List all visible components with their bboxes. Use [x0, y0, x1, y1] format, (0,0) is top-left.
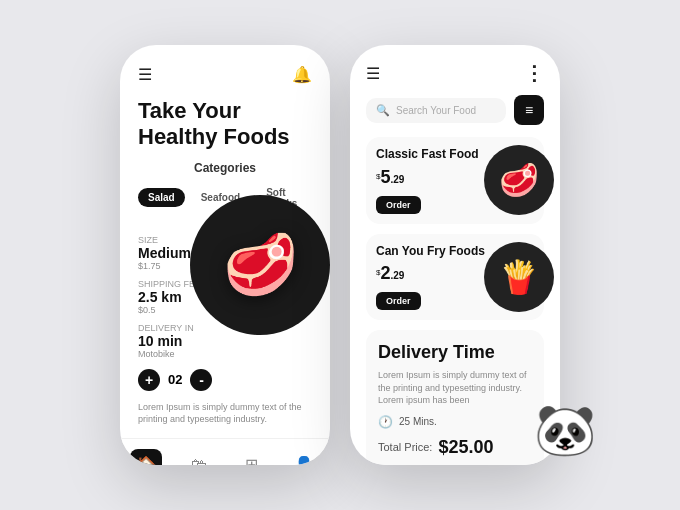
- search-text: Search Your Food: [396, 105, 476, 116]
- quantity-row: + 02 -: [138, 369, 312, 391]
- nav-grid[interactable]: ⊞: [235, 449, 267, 465]
- food-card-1-price: $5.29: [376, 167, 479, 188]
- clock-icon: 🕐: [378, 415, 393, 429]
- bell-icon[interactable]: 🔔: [292, 65, 312, 84]
- phone2-more-icon[interactable]: ⋮: [524, 61, 544, 85]
- food-2-emoji: 🍟: [499, 258, 539, 296]
- nav-profile[interactable]: 👤: [288, 449, 320, 465]
- food-section: 🥩 Size Medium $1.75 Shipping fee 2.5 km …: [138, 225, 312, 401]
- total-price-row: Total Price: $25.00: [378, 437, 532, 458]
- qty-minus-button[interactable]: +: [138, 369, 160, 391]
- food-card-1-name: Classic Fast Food: [376, 147, 479, 163]
- delivery-title: Delivery Time: [378, 342, 532, 363]
- food-card-2-info: Can You Fry Foods $2.29 Order: [376, 244, 485, 311]
- lorem-text: Lorem Ipsum is simply dummy text of the …: [138, 401, 312, 426]
- panda-mascot: 🐼: [520, 385, 610, 475]
- filter-button[interactable]: ≡: [514, 95, 544, 125]
- total-price-label: Total Price:: [378, 441, 432, 453]
- menu-icon[interactable]: ☰: [138, 65, 152, 84]
- food-card-1-image: 🥩: [484, 145, 554, 215]
- app-title: Take Your Healthy Foods: [138, 98, 312, 151]
- categories-label: Categories: [138, 161, 312, 175]
- food-card-2-name: Can You Fry Foods: [376, 244, 485, 260]
- food-image: 🥩: [190, 195, 330, 335]
- order-button-1[interactable]: Order: [376, 196, 421, 214]
- delivery-body: Lorem Ipsum is simply dummy text of the …: [378, 369, 532, 407]
- total-price-amount: $25.00: [438, 437, 493, 458]
- phone2-menu-icon[interactable]: ☰: [366, 64, 380, 83]
- food-emoji: 🥩: [223, 229, 298, 300]
- delivery-time-value: 25 Mins.: [399, 416, 437, 427]
- phones-wrapper: ☰ 🔔 Take Your Healthy Foods Categories S…: [90, 15, 590, 495]
- search-bar[interactable]: 🔍 Search Your Food: [366, 98, 506, 123]
- filter-icon: ≡: [525, 102, 533, 118]
- qty-value: 02: [168, 372, 182, 387]
- phone1-header: ☰ 🔔: [138, 65, 312, 84]
- phone2-wrapper: ☰ ⋮ 🔍 Search Your Food ≡ Classic Fast F: [350, 45, 560, 465]
- food-card-2: Can You Fry Foods $2.29 Order 🍟: [366, 234, 544, 321]
- nav-home[interactable]: 🏠: [130, 449, 162, 465]
- delivery-section: Delivery Time Lorem Ipsum is simply dumm…: [366, 330, 544, 465]
- category-salad[interactable]: Salad: [138, 188, 185, 207]
- delivery-time-row: 🕐 25 Mins.: [378, 415, 532, 429]
- food-card-2-image: 🍟: [484, 242, 554, 312]
- order-button-2[interactable]: Order: [376, 292, 421, 310]
- search-row: 🔍 Search Your Food ≡: [366, 95, 544, 125]
- qty-plus-button[interactable]: -: [190, 369, 212, 391]
- phone-1: ☰ 🔔 Take Your Healthy Foods Categories S…: [120, 45, 330, 465]
- delivery-value: 10 min: [138, 333, 312, 349]
- food-1-emoji: 🥩: [499, 161, 539, 199]
- bottom-nav: 🏠 🛍 ⊞ 👤: [120, 438, 330, 465]
- nav-shop[interactable]: 🛍: [183, 449, 215, 465]
- delivery-type: Motobike: [138, 349, 312, 359]
- food-card-1-info: Classic Fast Food $5.29 Order: [376, 147, 479, 214]
- search-icon: 🔍: [376, 104, 390, 117]
- food-card-1: Classic Fast Food $5.29 Order 🥩: [366, 137, 544, 224]
- phone2-header: ☰ ⋮: [366, 61, 544, 85]
- food-card-2-price: $2.29: [376, 263, 485, 284]
